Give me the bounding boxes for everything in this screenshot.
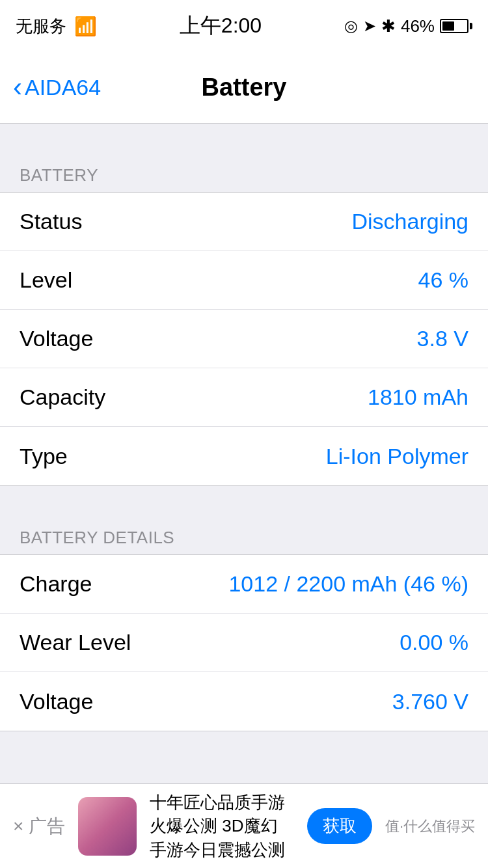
section-spacer-top bbox=[0, 124, 488, 147]
ad-text: 十年匠心品质手游火爆公测 3D魔幻手游今日震撼公测 bbox=[150, 791, 294, 861]
voltage-label: Voltage bbox=[20, 326, 93, 351]
page-title: Battery bbox=[202, 74, 287, 102]
capacity-value: 1810 mAh bbox=[368, 385, 468, 410]
section-spacer-mid bbox=[0, 486, 488, 509]
table-row: Voltage 3.8 V bbox=[0, 310, 488, 368]
table-row: Wear Level 0.00 % bbox=[0, 614, 488, 672]
ad-banner: × 广告 十年匠心品质手游火爆公测 3D魔幻手游今日震撼公测 获取 值·什么值得… bbox=[0, 783, 488, 868]
status-time: 上午2:00 bbox=[180, 12, 262, 40]
ad-image bbox=[78, 797, 137, 856]
capacity-label: Capacity bbox=[20, 385, 105, 410]
direction-icon: ➤ bbox=[363, 17, 376, 35]
back-chevron-icon: ‹ bbox=[13, 74, 22, 101]
table-row: Capacity 1810 mAh bbox=[0, 368, 488, 427]
ad-close-button[interactable]: × 广告 bbox=[13, 814, 65, 839]
battery-icon bbox=[440, 19, 472, 33]
back-button[interactable]: ‹ AIDA64 bbox=[13, 75, 101, 101]
table-row: Level 46 % bbox=[0, 251, 488, 310]
type-label: Type bbox=[20, 444, 68, 469]
charge-value: 1012 / 2200 mAh (46 %) bbox=[228, 571, 468, 597]
battery-percent-label: 46% bbox=[401, 16, 435, 36]
type-value: Li-Ion Polymer bbox=[326, 444, 468, 469]
status-right: ◎ ➤ ✱ 46% bbox=[344, 16, 472, 36]
level-value: 46 % bbox=[418, 267, 469, 293]
battery-details-table: Charge 1012 / 2200 mAh (46 %) Wear Level… bbox=[0, 554, 488, 731]
wear-level-label: Wear Level bbox=[20, 630, 131, 655]
table-row: Charge 1012 / 2200 mAh (46 %) bbox=[0, 555, 488, 614]
nav-bar: ‹ AIDA64 Battery bbox=[0, 52, 488, 124]
table-row: Voltage 3.760 V bbox=[0, 672, 488, 731]
voltage-value: 3.8 V bbox=[417, 326, 468, 351]
details-voltage-label: Voltage bbox=[20, 689, 93, 714]
charge-label: Charge bbox=[20, 571, 92, 597]
details-voltage-value: 3.760 V bbox=[392, 689, 468, 714]
wear-level-value: 0.00 % bbox=[400, 630, 468, 655]
ad-get-button[interactable]: 获取 bbox=[307, 808, 372, 844]
level-label: Level bbox=[20, 267, 72, 293]
bluetooth-icon: ✱ bbox=[381, 16, 396, 36]
battery-section-header: BATTERY bbox=[0, 147, 488, 192]
status-bar: 无服务 📶 上午2:00 ◎ ➤ ✱ 46% bbox=[0, 0, 488, 52]
table-row: Status Discharging bbox=[0, 193, 488, 251]
battery-details-section-header: BATTERY DETAILS bbox=[0, 509, 488, 554]
carrier-label: 无服务 bbox=[16, 15, 66, 38]
location-icon: ◎ bbox=[344, 17, 358, 35]
ad-source: 值·什么值得买 bbox=[385, 817, 475, 836]
back-label: AIDA64 bbox=[25, 75, 101, 100]
status-label: Status bbox=[20, 209, 82, 234]
table-row: Type Li-Ion Polymer bbox=[0, 427, 488, 485]
battery-table: Status Discharging Level 46 % Voltage 3.… bbox=[0, 192, 488, 486]
wifi-icon: 📶 bbox=[74, 16, 97, 37]
status-value: Discharging bbox=[351, 209, 468, 234]
status-left: 无服务 📶 bbox=[16, 15, 97, 38]
